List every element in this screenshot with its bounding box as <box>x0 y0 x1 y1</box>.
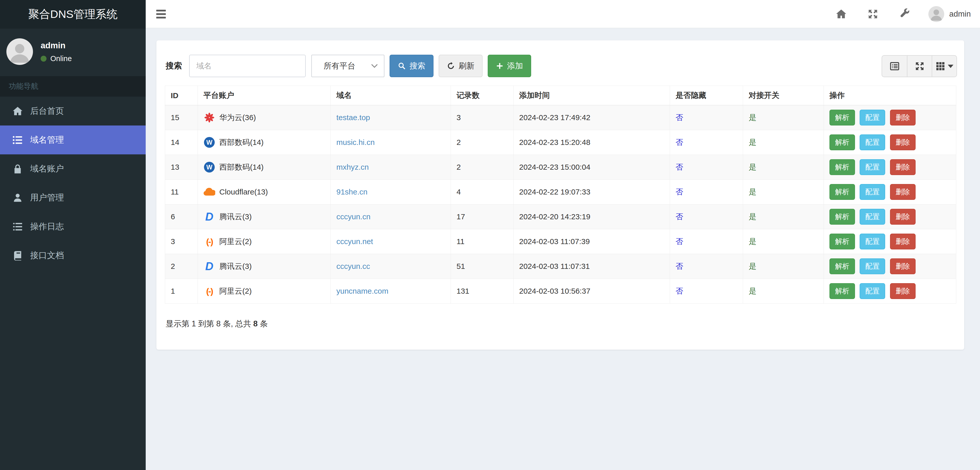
cell-switch: 是 <box>743 155 824 179</box>
sidebar-item-domain-accounts[interactable]: 域名账户 <box>0 154 146 183</box>
domain-link[interactable]: cccyun.net <box>336 237 373 246</box>
table-row: 6 D 腾讯云(3) cccyun.cn 17 2024-02-20 14:23… <box>165 205 956 229</box>
switch-toggle-link[interactable]: 是 <box>749 113 756 122</box>
domain-link[interactable]: testae.top <box>336 113 370 122</box>
home-icon <box>835 8 847 20</box>
cell-actions: 解析 配置 删除 <box>824 105 956 130</box>
domain-link[interactable]: mxhyz.cn <box>336 163 369 171</box>
resolve-button[interactable]: 解析 <box>829 159 855 175</box>
switch-toggle-link[interactable]: 是 <box>749 213 756 221</box>
cell-platform: Cloudflare(13) <box>198 179 331 205</box>
cell-platform: W 西部数码(14) <box>198 130 331 155</box>
table-row: 15 华为云(36) testae.top 3 2024-02-23 17:49… <box>165 105 956 130</box>
hamburger-icon <box>155 8 170 21</box>
hidden-toggle-link[interactable]: 否 <box>676 262 683 270</box>
switch-toggle-link[interactable]: 是 <box>749 187 756 196</box>
columns-dropdown-button[interactable] <box>932 56 956 77</box>
hidden-toggle-link[interactable]: 否 <box>676 163 683 171</box>
chevron-down-icon <box>371 64 378 68</box>
switch-toggle-link[interactable]: 是 <box>749 287 756 295</box>
total-count: 8 <box>253 319 258 328</box>
book-icon <box>12 250 24 261</box>
table-row: 11 Cloudflare(13) 91she.cn 4 2024-02-22 … <box>165 179 956 205</box>
detail-view-button[interactable] <box>882 56 907 77</box>
cell-hidden: 否 <box>670 254 743 279</box>
sidebar-item-api-docs[interactable]: 接口文档 <box>0 241 146 270</box>
cell-domain: cccyun.cn <box>331 205 451 229</box>
domain-link[interactable]: 91she.cn <box>336 187 368 196</box>
sidebar-item-domain-management[interactable]: 域名管理 <box>0 125 146 154</box>
domain-link[interactable]: cccyun.cc <box>336 262 370 270</box>
delete-button[interactable]: 删除 <box>890 258 916 274</box>
sidebar-user-status[interactable]: Online <box>41 54 72 63</box>
sidebar-toggle-button[interactable] <box>152 5 172 23</box>
home-button[interactable] <box>835 8 847 20</box>
delete-button[interactable]: 删除 <box>890 159 916 175</box>
hidden-toggle-link[interactable]: 否 <box>676 187 683 196</box>
hidden-toggle-link[interactable]: 否 <box>676 113 683 122</box>
domain-link[interactable]: cccyun.cn <box>336 213 371 221</box>
delete-button[interactable]: 删除 <box>890 209 916 225</box>
delete-button[interactable]: 删除 <box>890 283 916 299</box>
config-button[interactable]: 配置 <box>860 209 885 225</box>
settings-button[interactable] <box>899 8 910 20</box>
user-avatar[interactable] <box>928 6 944 22</box>
resolve-button[interactable]: 解析 <box>829 209 855 225</box>
add-button[interactable]: 添加 <box>488 55 531 77</box>
switch-toggle-link[interactable]: 是 <box>749 138 756 146</box>
search-button[interactable]: 搜索 <box>390 55 434 77</box>
cell-time: 2024-02-22 19:07:33 <box>514 179 670 205</box>
hidden-toggle-link[interactable]: 否 <box>676 287 683 295</box>
hidden-toggle-link[interactable]: 否 <box>676 213 683 221</box>
cell-time: 2024-02-03 10:56:37 <box>514 279 670 303</box>
cell-records: 3 <box>451 105 514 130</box>
topbar-username[interactable]: admin <box>949 10 971 19</box>
resolve-button[interactable]: 解析 <box>829 110 855 125</box>
refresh-button[interactable]: 刷新 <box>439 55 483 77</box>
switch-toggle-link[interactable]: 是 <box>749 163 756 171</box>
sidebar-item-home[interactable]: 后台首页 <box>0 97 146 125</box>
refresh-icon <box>447 62 455 70</box>
person-icon <box>928 6 944 22</box>
config-button[interactable]: 配置 <box>860 184 885 200</box>
search-icon <box>398 62 406 70</box>
config-button[interactable]: 配置 <box>860 233 885 249</box>
hidden-toggle-link[interactable]: 否 <box>676 138 683 146</box>
config-button[interactable]: 配置 <box>860 135 885 150</box>
sidebar-item-label: 域名账户 <box>30 163 64 175</box>
cloudflare-icon <box>204 188 215 196</box>
switch-toggle-link[interactable]: 是 <box>749 237 756 246</box>
table-row: 2 D 腾讯云(3) cccyun.cc 51 2024-02-03 11:07… <box>165 254 956 279</box>
cell-id: 14 <box>165 130 198 155</box>
resolve-button[interactable]: 解析 <box>829 135 855 150</box>
delete-button[interactable]: 删除 <box>890 135 916 150</box>
config-button[interactable]: 配置 <box>860 283 885 299</box>
sidebar-user-panel: admin Online <box>0 29 146 76</box>
hidden-toggle-link[interactable]: 否 <box>676 237 683 246</box>
col-platform-account: 平台账户 <box>198 86 331 105</box>
delete-button[interactable]: 删除 <box>890 233 916 249</box>
platform-select[interactable]: 所有平台 <box>311 55 385 77</box>
resolve-button[interactable]: 解析 <box>829 233 855 249</box>
user-icon <box>12 192 24 203</box>
delete-button[interactable]: 删除 <box>890 110 916 125</box>
sidebar-item-user-management[interactable]: 用户管理 <box>0 183 146 212</box>
resolve-button[interactable]: 解析 <box>829 283 855 299</box>
config-button[interactable]: 配置 <box>860 110 885 125</box>
cell-switch: 是 <box>743 205 824 229</box>
cell-platform: (-) 阿里云(2) <box>198 279 331 303</box>
domain-link[interactable]: yuncname.com <box>336 287 388 295</box>
resolve-button[interactable]: 解析 <box>829 258 855 274</box>
config-button[interactable]: 配置 <box>860 258 885 274</box>
fullscreen-button[interactable] <box>867 8 879 20</box>
sidebar-nav: 后台首页 域名管理 域名账户 用户管理 操作日志 <box>0 97 146 270</box>
switch-toggle-link[interactable]: 是 <box>749 262 756 270</box>
domain-link[interactable]: music.hi.cn <box>336 138 375 146</box>
config-button[interactable]: 配置 <box>860 159 885 175</box>
list-alt-icon <box>889 61 900 71</box>
sidebar-item-operation-logs[interactable]: 操作日志 <box>0 212 146 241</box>
fullscreen-table-button[interactable] <box>907 56 932 77</box>
delete-button[interactable]: 删除 <box>890 184 916 200</box>
domain-search-input[interactable] <box>189 55 306 77</box>
resolve-button[interactable]: 解析 <box>829 184 855 200</box>
